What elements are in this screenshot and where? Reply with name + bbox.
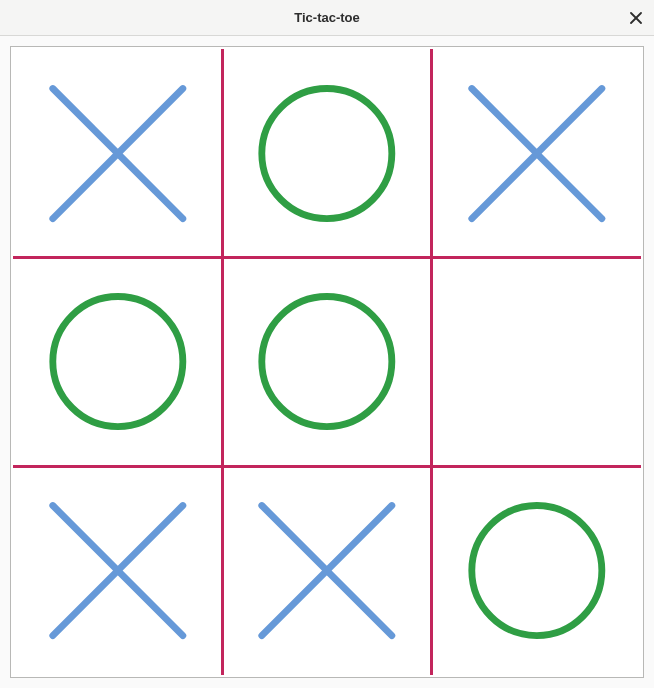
- cell-0-1[interactable]: [222, 49, 431, 258]
- x-mark-icon: [32, 485, 204, 656]
- cell-1-2[interactable]: [432, 258, 641, 467]
- board-frame: [10, 46, 644, 678]
- cell-0-2[interactable]: [432, 49, 641, 258]
- window-title: Tic-tac-toe: [294, 10, 360, 25]
- o-mark-icon: [241, 276, 413, 447]
- x-mark-icon: [241, 485, 413, 656]
- close-button[interactable]: [626, 8, 646, 28]
- close-icon: [630, 12, 642, 24]
- cell-1-0[interactable]: [13, 258, 222, 467]
- game-board: [13, 49, 641, 675]
- svg-point-13: [471, 506, 601, 636]
- svg-point-7: [53, 297, 183, 427]
- o-mark-icon: [241, 68, 413, 239]
- cell-2-1[interactable]: [222, 466, 431, 675]
- x-mark-icon: [451, 68, 623, 239]
- svg-point-8: [262, 297, 392, 427]
- o-mark-icon: [32, 276, 204, 447]
- cell-2-2[interactable]: [432, 466, 641, 675]
- x-mark-icon: [32, 68, 204, 239]
- cell-2-0[interactable]: [13, 466, 222, 675]
- content-area: [0, 36, 654, 688]
- svg-point-4: [262, 88, 392, 218]
- cell-1-1[interactable]: [222, 258, 431, 467]
- o-mark-icon: [451, 485, 623, 656]
- cell-0-0[interactable]: [13, 49, 222, 258]
- titlebar: Tic-tac-toe: [0, 0, 654, 36]
